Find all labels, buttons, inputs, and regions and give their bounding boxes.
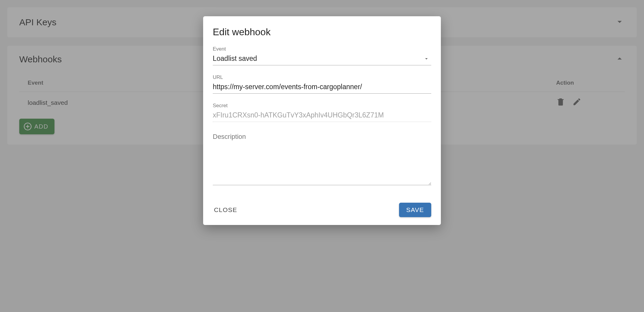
secret-label: Secret (213, 103, 431, 109)
event-field: Event Loadlist saved (213, 46, 431, 65)
dialog-title: Edit webhook (213, 27, 431, 38)
secret-field: Secret xFIru1CRXsn0-hATKGuTvY3xAphIv4UHG… (213, 103, 431, 122)
edit-webhook-dialog: Edit webhook Event Loadlist saved URL Se… (203, 16, 441, 225)
description-textarea[interactable] (213, 131, 431, 185)
url-field: URL (213, 74, 431, 94)
event-label: Event (213, 46, 431, 52)
event-select[interactable]: Loadlist saved (213, 53, 431, 65)
url-label: URL (213, 74, 431, 80)
secret-value: xFIru1CRXsn0-hATKGuTvY3xAphIv4UHGbQr3L6Z… (213, 110, 431, 122)
close-button[interactable]: CLOSE (213, 204, 238, 216)
dropdown-caret-icon[interactable] (423, 56, 429, 63)
save-button[interactable]: SAVE (399, 203, 431, 217)
dialog-actions: CLOSE SAVE (213, 203, 431, 217)
description-field (213, 131, 431, 186)
url-input[interactable] (213, 82, 431, 94)
